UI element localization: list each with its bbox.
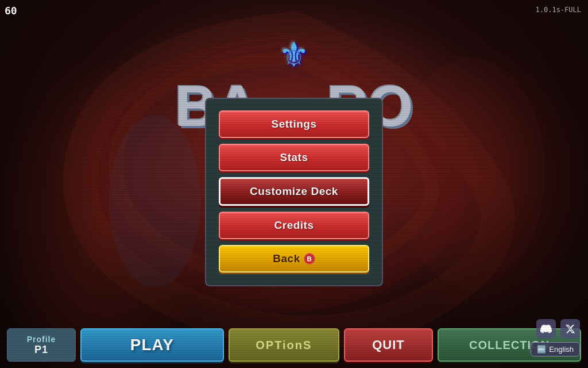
customize-deck-button[interactable]: Customize Deck: [219, 177, 369, 206]
options-button[interactable]: OPTionS: [229, 328, 339, 362]
language-button[interactable]: 🔤 English: [531, 342, 580, 356]
back-label: Back: [273, 252, 300, 265]
social-icons: [536, 319, 580, 339]
settings-button[interactable]: Settings: [219, 110, 369, 138]
credits-button[interactable]: Credits: [219, 212, 369, 239]
language-icon: 🔤: [537, 345, 546, 354]
options-modal: Settings Stats Customize Deck Credits Ba…: [205, 98, 383, 286]
right-icons-panel: 🔤 English: [531, 319, 580, 356]
profile-label: Profile: [27, 335, 56, 344]
x-twitter-icon[interactable]: [560, 319, 580, 339]
version-label: 1.0.1s-FULL: [536, 6, 581, 14]
svg-point-1: [109, 115, 201, 288]
fps-counter: 60: [5, 5, 17, 17]
profile-player: P1: [34, 344, 48, 356]
language-label: English: [549, 345, 574, 354]
trident-icon: ⚜: [0, 34, 588, 75]
back-button[interactable]: Back B: [219, 245, 369, 273]
quit-button[interactable]: QUIT: [344, 328, 433, 362]
play-button[interactable]: PLAY: [80, 328, 224, 362]
bottom-bar: Profile P1 PLAY OPTionS QUIT COLLECTION: [0, 322, 588, 368]
discord-icon[interactable]: [536, 319, 556, 339]
back-badge: B: [304, 253, 315, 264]
profile-button[interactable]: Profile P1: [7, 328, 76, 362]
stats-button[interactable]: Stats: [219, 144, 369, 171]
